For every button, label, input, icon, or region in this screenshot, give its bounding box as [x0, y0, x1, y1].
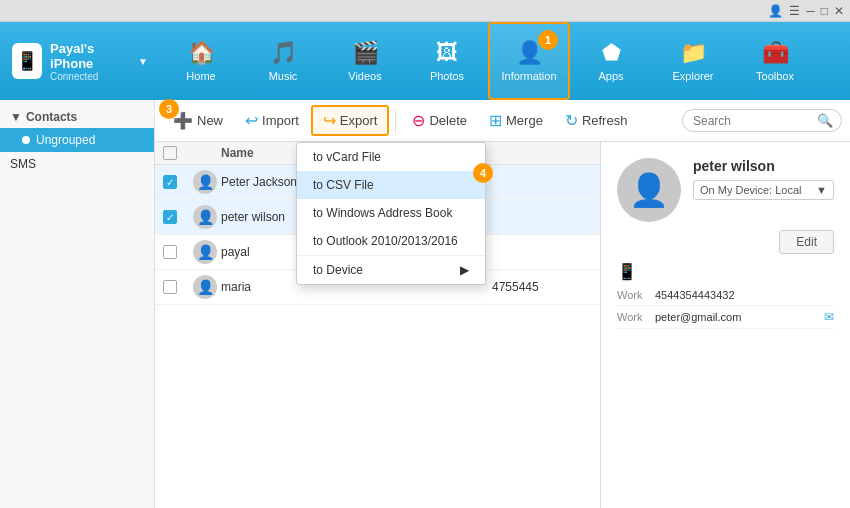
import-label: Import	[262, 113, 299, 128]
export-to-outlook[interactable]: to Outlook 2010/2013/2016	[297, 227, 485, 255]
new-label: New	[197, 113, 223, 128]
tab-information[interactable]: 1 👤 Information	[488, 22, 570, 100]
detail-phone-row: Work 4544354443432	[617, 285, 834, 306]
checkbox-maria[interactable]	[163, 280, 177, 294]
device-icon: 📱	[12, 43, 42, 79]
checkbox-peter-jackson[interactable]: ✓	[163, 175, 177, 189]
tab-music[interactable]: 🎵 Music	[242, 22, 324, 100]
close-icon[interactable]: ✕	[834, 4, 844, 18]
tab-home[interactable]: 🏠 Home	[160, 22, 242, 100]
export-csv-badge: 4	[473, 163, 493, 183]
minimize-icon[interactable]: ─	[806, 4, 815, 18]
checkbox-payal[interactable]	[163, 245, 177, 259]
export-dropdown-menu: to vCard File to CSV File 4 to Windows A…	[296, 142, 486, 285]
delete-button[interactable]: ⊖ Delete	[402, 107, 477, 134]
detail-dropdown-arrow: ▼	[816, 184, 827, 196]
tab-photos[interactable]: 🖼 Photos	[406, 22, 488, 100]
detail-avatar: 👤	[617, 158, 681, 222]
tab-apps-label: Apps	[598, 70, 623, 82]
contacts-section-label: Contacts	[26, 110, 77, 124]
info-tab-badge: 1	[538, 30, 558, 50]
sidebar-item-ungrouped[interactable]: Ungrouped	[0, 128, 154, 152]
toolbar-separator-1	[395, 109, 396, 133]
submenu-arrow-icon: ▶	[460, 263, 469, 277]
phone-maria: 4755445	[492, 280, 592, 294]
detail-location-label: On My Device: Local	[700, 184, 801, 196]
detail-panel: 👤 peter wilson On My Device: Local ▼ Edi…	[600, 142, 850, 508]
export-label: Export	[340, 113, 378, 128]
export-to-device[interactable]: to Device ▶	[297, 256, 485, 284]
import-icon: ↩	[245, 111, 258, 130]
email-field-value: peter@gmail.com	[655, 311, 741, 323]
avatar-payal: 👤	[193, 240, 217, 264]
avatar-peter-jackson: 👤	[193, 170, 217, 194]
tab-explorer[interactable]: 📁 Explorer	[652, 22, 734, 100]
email-field-label: Work	[617, 311, 649, 323]
phone-section-icon: 📱	[617, 263, 637, 280]
tab-photos-label: Photos	[430, 70, 464, 82]
device-info[interactable]: 📱 Payal's iPhone Connected ▼	[0, 41, 160, 82]
avatar-maria: 👤	[193, 275, 217, 299]
search-input[interactable]	[693, 114, 813, 128]
header-check[interactable]	[163, 146, 193, 160]
phone-field-label: Work	[617, 289, 649, 301]
tab-videos-label: Videos	[348, 70, 381, 82]
refresh-icon: ↻	[565, 111, 578, 130]
select-all-checkbox[interactable]	[163, 146, 177, 160]
sidebar: ▼ Contacts Ungrouped SMS	[0, 100, 155, 508]
detail-email-row: Work peter@gmail.com ✉	[617, 306, 834, 329]
contacts-section-title[interactable]: ▼ Contacts	[0, 104, 154, 128]
refresh-button[interactable]: ↻ Refresh	[555, 107, 638, 134]
tab-toolbox-label: Toolbox	[756, 70, 794, 82]
tab-explorer-label: Explorer	[673, 70, 714, 82]
title-bar: 👤 ☰ ─ □ ✕	[0, 0, 850, 22]
search-box[interactable]: 🔍	[682, 109, 842, 132]
merge-button[interactable]: ⊞ Merge	[479, 107, 553, 134]
edit-button[interactable]: Edit	[779, 230, 834, 254]
menu-icon[interactable]: ☰	[789, 4, 800, 18]
maximize-icon[interactable]: □	[821, 4, 828, 18]
content-area: ➕ New 3 ↩ Import ↪ Export ⊖ Delete	[155, 100, 850, 508]
device-name: Payal's iPhone	[50, 41, 126, 71]
merge-icon: ⊞	[489, 111, 502, 130]
tab-toolbox[interactable]: 🧰 Toolbox	[734, 22, 816, 100]
import-button[interactable]: ↩ Import	[235, 107, 309, 134]
contacts-arrow-icon: ▼	[10, 110, 22, 124]
export-to-windows-address-book[interactable]: to Windows Address Book	[297, 199, 485, 227]
device-dropdown-arrow[interactable]: ▼	[138, 56, 148, 67]
checkbox-peter-wilson[interactable]: ✓	[163, 210, 177, 224]
refresh-label: Refresh	[582, 113, 628, 128]
mail-icon: ✉	[824, 310, 834, 324]
header: 📱 Payal's iPhone Connected ▼ 🏠 Home 🎵 Mu…	[0, 22, 850, 100]
nav-tabs: 🏠 Home 🎵 Music 🎬 Videos 🖼 Photos 1 👤 Inf…	[160, 22, 850, 100]
tab-information-label: Information	[501, 70, 556, 82]
detail-location-dropdown[interactable]: On My Device: Local ▼	[693, 180, 834, 200]
phone-field-value: 4544354443432	[655, 289, 735, 301]
music-icon: 🎵	[270, 40, 297, 66]
export-icon: ↪	[323, 111, 336, 130]
photos-icon: 🖼	[436, 40, 458, 66]
new-step-badge: 3	[159, 99, 179, 119]
delete-label: Delete	[429, 113, 467, 128]
device-status: Connected	[50, 71, 126, 82]
videos-icon: 🎬	[352, 40, 379, 66]
tab-apps[interactable]: ⬟ Apps	[570, 22, 652, 100]
merge-label: Merge	[506, 113, 543, 128]
tab-home-label: Home	[186, 70, 215, 82]
home-icon: 🏠	[188, 40, 215, 66]
export-to-vcard[interactable]: to vCard File	[297, 143, 485, 171]
user-icon[interactable]: 👤	[768, 4, 783, 18]
explorer-icon: 📁	[680, 40, 707, 66]
sidebar-item-ungrouped-label: Ungrouped	[36, 133, 95, 147]
sms-label: SMS	[10, 157, 36, 171]
toolbar: ➕ New 3 ↩ Import ↪ Export ⊖ Delete	[155, 100, 850, 142]
tab-music-label: Music	[269, 70, 298, 82]
tab-videos[interactable]: 🎬 Videos	[324, 22, 406, 100]
sidebar-item-sms[interactable]: SMS	[0, 152, 154, 176]
delete-icon: ⊖	[412, 111, 425, 130]
export-to-csv[interactable]: to CSV File 4	[297, 171, 485, 199]
detail-name: peter wilson	[693, 158, 834, 174]
apps-icon: ⬟	[602, 40, 621, 66]
toolbox-icon: 🧰	[762, 40, 789, 66]
export-button[interactable]: ↪ Export	[311, 105, 390, 136]
